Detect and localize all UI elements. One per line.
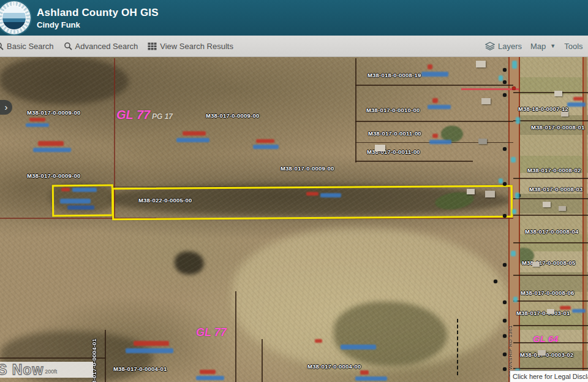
tools-menu[interactable]: Tools ▼ xyxy=(564,42,588,51)
user-name: Cindy Funk xyxy=(37,20,80,29)
main-toolbar: Basic Search Advanced Search View Search… xyxy=(0,36,588,57)
map-menu-label: Map xyxy=(530,42,546,51)
scale-watermark: S Now 200ft xyxy=(0,362,93,378)
app-title: Ashland County OH GIS xyxy=(37,7,159,19)
legal-disclaimer-link[interactable]: Click here for Legal Discla xyxy=(510,370,588,382)
layers-button[interactable]: Layers xyxy=(485,42,522,51)
watermark-text: S Now xyxy=(0,362,43,378)
basic-search-label: Basic Search xyxy=(7,42,54,51)
chevron-right-icon: › xyxy=(5,102,8,112)
app-window: Ashland County OH GIS Cindy Funk Basic S… xyxy=(0,0,588,382)
road-name-label: TOWNSHIP RD 1361 xyxy=(508,307,513,377)
scale-label: 200ft xyxy=(45,369,57,375)
survey-dashed-line xyxy=(457,319,458,375)
basic-search-button[interactable]: Basic Search xyxy=(0,42,54,51)
advanced-search-button[interactable]: Advanced Search xyxy=(64,42,138,51)
selected-parcel-highlight[interactable] xyxy=(52,184,114,216)
layers-icon xyxy=(485,42,495,50)
app-header: Ashland County OH GIS Cindy Funk xyxy=(0,0,588,36)
toolbar-left-group: Basic Search Advanced Search View Search… xyxy=(0,42,233,51)
map-menu[interactable]: Map ▼ xyxy=(530,42,556,51)
map-viewport[interactable]: M38-017-0-0009-00M38-017-0-0009-00M38-01… xyxy=(0,56,588,382)
imagery-noise xyxy=(0,56,588,382)
county-seal-logo xyxy=(0,1,31,34)
ohio-seal-icon xyxy=(2,6,26,30)
layers-label: Layers xyxy=(498,42,522,51)
view-search-results-label: View Search Results xyxy=(160,42,233,51)
toolbar-right-group: Layers Map ▼ Tools ▼ Help xyxy=(485,42,588,51)
advanced-search-label: Advanced Search xyxy=(75,42,138,51)
side-road xyxy=(582,56,587,382)
search-icon xyxy=(64,42,72,50)
road-segment-highlight xyxy=(461,88,519,90)
table-icon xyxy=(148,42,157,50)
tools-menu-label: Tools xyxy=(564,42,582,51)
view-search-results-button[interactable]: View Search Results xyxy=(148,42,233,51)
chevron-down-icon: ▼ xyxy=(550,43,556,49)
search-icon xyxy=(0,42,4,50)
selected-parcel-highlight[interactable] xyxy=(112,185,513,221)
